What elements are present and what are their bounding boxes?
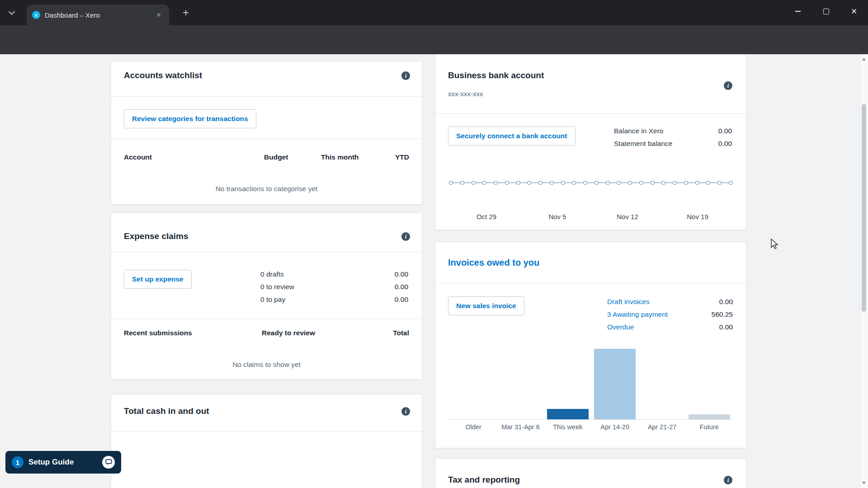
close-button[interactable]: ✕ [840, 0, 868, 23]
column-header-recent-submissions: Recent submissions [124, 329, 192, 337]
line-marker [639, 181, 643, 185]
line-marker [550, 181, 554, 185]
column-header-total: Total [393, 329, 409, 337]
invoice-chart-label: This week [544, 423, 591, 431]
line-marker [472, 181, 476, 185]
overdue-link[interactable]: Overdue [607, 323, 634, 331]
invoice-chart-label: Older [450, 423, 497, 431]
setup-guide-label: Setup Guide [28, 458, 74, 467]
line-marker [538, 181, 542, 185]
info-icon[interactable]: i [401, 407, 410, 416]
line-marker [594, 181, 599, 185]
minimize-button[interactable] [784, 0, 812, 23]
bank-chart-label: Nov 12 [617, 213, 638, 221]
invoice-chart-bars [450, 349, 733, 419]
invoice-chart-label: Apr 21-27 [638, 423, 685, 431]
invoice-summary-row: 3 Awaiting payment 560.25 [607, 308, 733, 321]
scrollbar-thumb[interactable] [862, 104, 866, 312]
tab-search-chevron-icon[interactable] [9, 9, 14, 14]
column-header-account: Account [124, 153, 152, 161]
invoice-bar [547, 409, 589, 419]
total-cash-card: Total cash in and out i [111, 394, 422, 488]
invoice-summary-row: Overdue 0.00 [607, 321, 733, 333]
invoice-summary-row: Draft invoices 0.00 [607, 296, 733, 308]
line-marker [695, 181, 699, 185]
tab-strip: x Dashboard – Xero ✕ + ✕ [0, 0, 868, 25]
stat-label: 0 drafts [260, 270, 284, 278]
info-icon[interactable]: i [724, 81, 732, 90]
browser-tab[interactable]: x Dashboard – Xero ✕ [27, 5, 169, 25]
invoice-chart-label: Mar 31-Apr 6 [497, 423, 544, 431]
invoice-chart-label: Apr 14-20 [591, 423, 638, 431]
line-marker [661, 181, 665, 185]
bank-line-chart [449, 181, 733, 185]
connect-bank-button[interactable]: Securely connect a bank account [448, 127, 576, 145]
bar-slot [591, 349, 638, 419]
balance-label: Balance in Xero [614, 127, 663, 135]
scrollbar-up-arrow-icon[interactable] [862, 58, 866, 61]
bank-account-card: Business bank account i xxx-xxx-xxx Secu… [435, 54, 746, 230]
stat-value: 0.00 [395, 296, 408, 304]
setup-guide-button[interactable]: 1 Setup Guide [5, 451, 121, 474]
setup-guide-chat-icon [102, 456, 115, 469]
statement-label: Statement balance [614, 140, 672, 148]
line-marker [527, 181, 531, 185]
page-scrollbar[interactable] [860, 54, 868, 488]
mouse-cursor [771, 239, 782, 252]
maximize-icon [823, 9, 829, 14]
expense-stat-row: 0 drafts 0.00 [260, 268, 408, 281]
stat-value: 0.00 [395, 270, 408, 278]
bar-slot [686, 349, 733, 419]
stat-label: 0 to review [260, 283, 294, 291]
line-marker [651, 181, 655, 185]
bank-balances: Balance in Xero 0.00 Statement balance 0… [614, 125, 732, 150]
line-marker [717, 181, 722, 185]
xero-dashboard-page: Accounts watchlist i Review categories f… [0, 54, 868, 488]
set-up-expense-button[interactable]: Set up expense [124, 270, 192, 289]
xero-favicon-icon: x [32, 11, 40, 19]
balance-row: Balance in Xero 0.00 [614, 125, 732, 137]
browser-toolbar: ← → ↻ go.xero.com/app/!006T1/dashboard ☆… [0, 25, 868, 54]
expense-claims-card: Expense claims i Set up expense 0 drafts… [111, 213, 422, 380]
window-controls: ✕ [784, 0, 868, 23]
column-header-ytd: YTD [395, 153, 409, 161]
tab-title: Dashboard – Xero [45, 11, 154, 19]
awaiting-payment-link[interactable]: 3 Awaiting payment [607, 310, 668, 319]
tab-close-icon[interactable]: ✕ [154, 10, 164, 20]
line-marker [516, 181, 520, 185]
invoice-chart-baseline [450, 419, 733, 420]
invoice-bar [689, 414, 730, 419]
expense-empty-state: No claims to show yet [111, 361, 422, 369]
invoice-chart-label: Future [686, 423, 733, 431]
line-marker [684, 181, 688, 185]
accounts-watchlist-card: Accounts watchlist i Review categories f… [111, 61, 422, 205]
maximize-button[interactable] [812, 0, 840, 23]
line-marker [617, 181, 621, 185]
awaiting-payment-value: 560.25 [712, 310, 733, 319]
stat-label: 0 to pay [260, 296, 285, 304]
column-header-this-month: This month [321, 153, 359, 161]
info-icon[interactable]: i [724, 476, 732, 484]
balance-row: Statement balance 0.00 [614, 137, 732, 150]
review-categories-button[interactable]: Review categories for transactions [124, 109, 256, 128]
info-icon[interactable]: i [401, 71, 410, 80]
line-marker [729, 181, 733, 185]
new-sales-invoice-button[interactable]: New sales invoice [448, 296, 524, 315]
statement-value: 0.00 [718, 140, 732, 148]
invoice-chart-labels: OlderMar 31-Apr 6This weekApr 14-20Apr 2… [450, 423, 733, 431]
invoice-bar [594, 349, 636, 419]
invoices-title[interactable]: Invoices owed to you [448, 258, 539, 268]
info-icon[interactable]: i [401, 232, 410, 241]
overdue-value: 0.00 [719, 323, 733, 331]
line-marker [628, 181, 632, 185]
bar-slot [638, 349, 685, 419]
invoices-owed-card: Invoices owed to you New sales invoice D… [435, 242, 746, 448]
bar-slot [544, 349, 591, 419]
bank-chart-label: Nov 19 [687, 213, 708, 221]
new-tab-button[interactable]: + [179, 6, 193, 19]
bar-slot [497, 349, 544, 419]
tax-reporting-title: Tax and reporting [448, 475, 520, 485]
watchlist-empty-state: No transactions to categorise yet [111, 185, 422, 193]
scrollbar-down-arrow-icon[interactable] [862, 482, 866, 484]
draft-invoices-link[interactable]: Draft invoices [607, 298, 650, 306]
